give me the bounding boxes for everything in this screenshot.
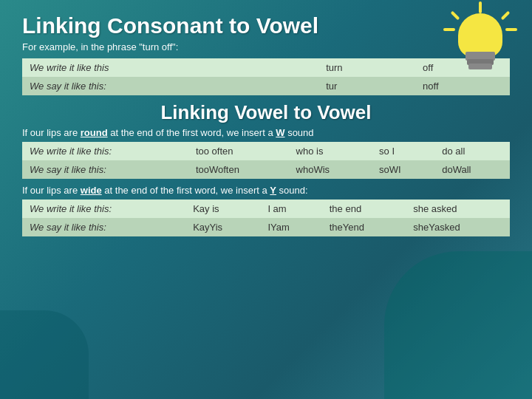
table2-row2-col1: tooWoften bbox=[188, 160, 289, 179]
table3-section: We write it like this: Kay is I am the e… bbox=[22, 200, 510, 236]
table2-row1-col1: too often bbox=[188, 142, 289, 160]
section2-title: Linking Vowel to Vowel bbox=[22, 101, 510, 124]
table1-row2-label: We say it like this: bbox=[22, 77, 318, 95]
table1-row1-col1: turn bbox=[318, 58, 415, 77]
table2: We write it like this: too often who is … bbox=[22, 142, 510, 179]
table3-row1-col3: the end bbox=[322, 200, 406, 218]
round-rest: at the end of the first word, we insert … bbox=[110, 127, 313, 138]
table2-row2-label: We say it like this: bbox=[22, 160, 188, 179]
section2-wide-label: If our lips are wide at the end of the f… bbox=[22, 185, 510, 196]
section1-title: Linking Consonant to Vowel bbox=[22, 13, 510, 38]
table-row: We write it like this: too often who is … bbox=[22, 142, 510, 160]
table2-row1-col4: do all bbox=[434, 142, 510, 160]
table3-row1-label: We write it like this: bbox=[22, 200, 185, 218]
table1-row1-label: We write it like this bbox=[22, 58, 318, 77]
table3: We write it like this: Kay is I am the e… bbox=[22, 200, 510, 236]
bulb-glass bbox=[458, 13, 502, 58]
section2-round-label: If our lips are round at the end of the … bbox=[22, 127, 510, 138]
table3-row2-col3: theYend bbox=[322, 218, 406, 236]
table2-row1-col2: who is bbox=[289, 142, 372, 160]
y-letter: Y bbox=[270, 185, 276, 196]
table-row: We say it like this: KayYis IYam theYend… bbox=[22, 218, 510, 236]
round-bold: round bbox=[81, 127, 108, 138]
table1-row2-col2: noff bbox=[415, 77, 510, 95]
round-prefix: If our lips are bbox=[22, 127, 78, 138]
lightbulb-decoration bbox=[451, 7, 510, 78]
table-row: We write it like this: Kay is I am the e… bbox=[22, 200, 510, 218]
section1-subtitle: For example, in the phrase "turn off": bbox=[22, 41, 510, 52]
table3-row2-col1: KayYis bbox=[185, 218, 260, 236]
wide-bold: wide bbox=[81, 185, 102, 196]
table-row: We say it like this: tur noff bbox=[22, 77, 510, 95]
table1-section: We write it like this turn off We say it… bbox=[22, 58, 510, 95]
table2-row2-col2: whoWis bbox=[289, 160, 372, 179]
wide-prefix: If our lips are bbox=[22, 185, 78, 196]
table2-section: We write it like this: too often who is … bbox=[22, 142, 510, 179]
table2-row1-col3: so I bbox=[372, 142, 434, 160]
table1: We write it like this turn off We say it… bbox=[22, 58, 510, 95]
table3-row2-col4: sheYasked bbox=[406, 218, 510, 236]
ray-top-right bbox=[501, 11, 511, 21]
table2-row2-col3: soWI bbox=[372, 160, 434, 179]
ray-top-left bbox=[451, 11, 460, 21]
table-row: We say it like this: tooWoften whoWis so… bbox=[22, 160, 510, 179]
bulb-base3 bbox=[468, 64, 492, 69]
ray-top bbox=[479, 1, 482, 13]
table3-row2-col2: IYam bbox=[260, 218, 321, 236]
table2-row1-label: We write it like this: bbox=[22, 142, 188, 160]
table3-row1-col4: she asked bbox=[406, 200, 510, 218]
wide-rest: at the end of the first word, we insert … bbox=[104, 185, 307, 196]
table2-row2-col4: doWall bbox=[434, 160, 510, 179]
ray-right bbox=[505, 28, 517, 31]
table1-row2-col1: tur bbox=[318, 77, 415, 95]
table3-row1-col1: Kay is bbox=[185, 200, 260, 218]
table3-row2-label: We say it like this: bbox=[22, 218, 185, 236]
w-letter: W bbox=[276, 127, 284, 138]
table-row: We write it like this turn off bbox=[22, 58, 510, 77]
table3-row1-col2: I am bbox=[260, 200, 321, 218]
ray-left bbox=[443, 28, 455, 31]
